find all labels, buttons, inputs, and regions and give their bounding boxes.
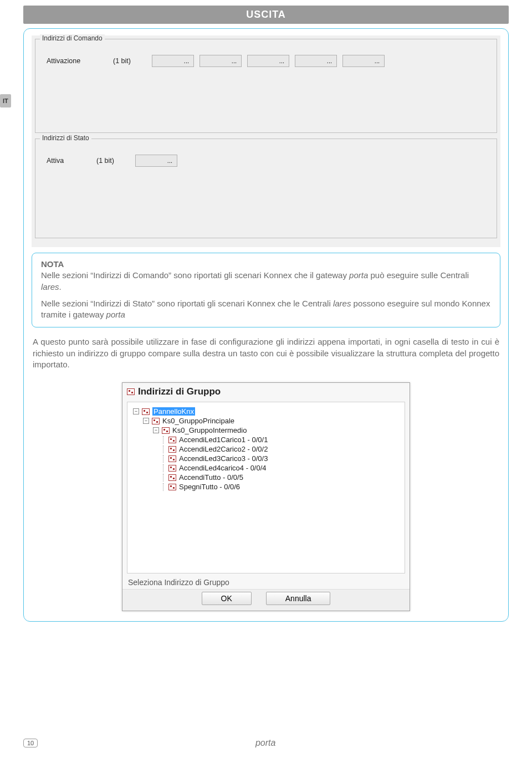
address-button[interactable]: ...	[342, 55, 385, 67]
address-button[interactable]: ...	[295, 55, 337, 67]
tree-leaf[interactable]: AccendiLed4carico4 - 0/0/4	[163, 463, 399, 473]
text: .	[59, 282, 62, 291]
body-paragraph: A questo punto sarà possibile utilizzare…	[32, 334, 500, 378]
row-bits: (1 bit)	[96, 157, 130, 165]
tree-leaf[interactable]: AccendiLed1Carico1 - 0/0/1	[163, 435, 399, 444]
tree-node[interactable]: − Ks0_GruppoIntermedio	[153, 426, 399, 435]
dialog-title-text: Indirizzi di Gruppo	[138, 386, 221, 397]
ok-button[interactable]: OK	[202, 592, 252, 605]
grid-icon	[168, 437, 176, 443]
italic: lares	[41, 282, 59, 291]
tree-line	[163, 464, 163, 472]
tree-label[interactable]: AccendiTutto - 0/0/5	[179, 473, 243, 482]
fieldset-indirizzi-comando: Indirizzi di Comando Attivazione (1 bit)…	[35, 39, 497, 133]
grid-icon	[127, 388, 135, 395]
fieldset-legend: Indirizzi di Comando	[40, 34, 105, 42]
grid-icon	[168, 484, 176, 490]
tree-leaf[interactable]: AccendiTutto - 0/0/5	[163, 473, 399, 482]
tree-label[interactable]: AccendiLed3Carico3 - 0/0/3	[179, 454, 268, 463]
grid-icon	[168, 474, 176, 481]
nota-paragraph-2: Nelle sezioni “Indirizzi di Stato” sono …	[41, 298, 491, 321]
fieldset-indirizzi-stato: Indirizzi di Stato Attiva (1 bit) ...	[35, 139, 497, 238]
content-frame: Indirizzi di Comando Attivazione (1 bit)…	[23, 28, 509, 622]
language-tab: IT	[0, 94, 11, 107]
text: Nelle sezioni “Indirizzi di Comando” son…	[41, 270, 349, 280]
expander-icon[interactable]: −	[133, 408, 139, 414]
text: Nelle sezioni “Indirizzi di Stato” sono …	[41, 299, 333, 308]
config-panel-screenshot: Indirizzi di Comando Attivazione (1 bit)…	[32, 35, 500, 247]
row-attivazione: Attivazione (1 bit) ... ... ... ... ...	[41, 52, 491, 73]
nota-box: NOTA Nelle sezioni “Indirizzi di Comando…	[32, 253, 500, 327]
tree-line	[163, 455, 163, 463]
group-address-dialog: Indirizzi di Gruppo − PannelloKnx − Ks0_…	[122, 382, 410, 611]
tree-label[interactable]: PannelloKnx	[152, 407, 195, 416]
dialog-title: Indirizzi di Gruppo	[122, 383, 410, 400]
grid-icon	[168, 455, 176, 462]
tree-line	[163, 445, 163, 453]
tree-label[interactable]: Ks0_GruppoPrincipale	[162, 417, 234, 425]
grid-icon	[142, 408, 150, 415]
section-header: USCITA	[23, 6, 509, 24]
nota-paragraph-1: Nelle sezioni “Indirizzi di Comando” son…	[41, 270, 491, 293]
dialog-button-row: OK Annulla	[122, 589, 410, 611]
nota-title: NOTA	[41, 259, 491, 270]
address-button[interactable]: ...	[247, 55, 289, 67]
page-footer: 10 porta	[0, 738, 532, 748]
tree-view[interactable]: − PannelloKnx − Ks0_GruppoPrincipale − K…	[127, 402, 405, 573]
cancel-button[interactable]: Annulla	[266, 592, 331, 605]
tree-label[interactable]: AccendiLed2Carico2 - 0/0/2	[179, 445, 268, 453]
tree-line	[163, 436, 163, 444]
address-button[interactable]: ...	[135, 155, 177, 167]
grid-icon	[162, 427, 170, 434]
tree-label[interactable]: AccendiLed4carico4 - 0/0/4	[179, 464, 267, 472]
tree-line	[163, 474, 163, 482]
row-attiva: Attiva (1 bit) ...	[41, 151, 491, 172]
italic: lares	[333, 299, 351, 308]
tree-line	[163, 483, 163, 491]
tree-leaf[interactable]: AccendiLed3Carico3 - 0/0/3	[163, 454, 399, 463]
tree-label[interactable]: Ks0_GruppoIntermedio	[172, 426, 247, 434]
expander-icon[interactable]: −	[153, 427, 159, 433]
expander-icon[interactable]: −	[143, 418, 149, 424]
italic: porta	[106, 310, 125, 319]
page-number: 10	[23, 739, 38, 747]
tree-leaf[interactable]: AccendiLed2Carico2 - 0/0/2	[163, 444, 399, 454]
dialog-prompt: Seleziona Indirizzo di Gruppo	[122, 577, 410, 589]
address-button[interactable]: ...	[152, 55, 194, 67]
row-bits: (1 bit)	[113, 57, 146, 65]
tree-label[interactable]: AccendiLed1Carico1 - 0/0/1	[179, 436, 268, 444]
footer-center: porta	[38, 738, 493, 748]
tree-node[interactable]: − Ks0_GruppoPrincipale	[143, 416, 399, 426]
row-label: Attivazione	[47, 57, 108, 65]
tree-label[interactable]: SpegniTutto - 0/0/6	[179, 483, 240, 491]
grid-icon	[168, 446, 176, 453]
italic: porta	[349, 270, 368, 280]
tree-node-root[interactable]: − PannelloKnx	[133, 407, 399, 416]
address-button[interactable]: ...	[200, 55, 242, 67]
grid-icon	[152, 418, 160, 424]
text: può eseguire sulle Centrali	[368, 270, 469, 280]
grid-icon	[168, 465, 176, 472]
row-label: Attiva	[47, 157, 91, 165]
tree-leaf[interactable]: SpegniTutto - 0/0/6	[163, 482, 399, 491]
fieldset-legend: Indirizzi di Stato	[40, 134, 91, 142]
